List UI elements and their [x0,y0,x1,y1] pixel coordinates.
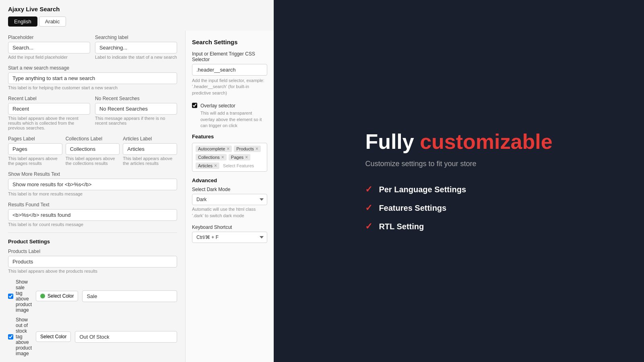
promo-feature-per-language: ✓ Per Language Settings [365,184,552,195]
left-panel: Ajaxy Live Search English Arabic Placeho… [0,0,274,362]
articles-label-label: Articles Label [123,136,177,142]
show-more-results-group: Show More Results Text This label is for… [8,171,177,196]
collections-tag-remove[interactable]: × [221,155,224,160]
placeholder-group: Placeholder Add the input field placehol… [8,35,90,60]
overlay-wrap: Overlay selector This will add a transpa… [200,102,267,129]
no-recent-label: No Recent Searches [95,96,177,101]
pages-tag-remove[interactable]: × [245,155,248,160]
recent-label-input[interactable] [8,103,90,115]
new-search-message-group: Start a new search message This label is… [8,65,177,90]
recent-row: Recent Label This label appears above th… [8,96,177,136]
dark-mode-label: Select Dark Mode [192,187,267,192]
show-more-results-label: Show More Results Text [8,171,177,177]
new-search-message-hint: This label is for helping the customer s… [8,85,177,90]
css-selector-input[interactable] [192,64,267,76]
right-promo-panel: Fully customizable Customize settings to… [274,0,644,362]
pages-label-label: Pages Label [8,136,62,142]
features-tags-container[interactable]: Autocomplete × Products × Collections × … [192,143,267,172]
overlay-selector-label: Overlay selector [200,103,235,109]
articles-label-input[interactable] [123,143,177,155]
app-title: Ajaxy Live Search [0,0,274,16]
search-settings-col: Search Settings Input or Element Trigger… [185,31,274,362]
new-search-message-input[interactable] [8,72,177,84]
sale-tag-input[interactable] [82,290,177,302]
oos-tag-input[interactable] [75,331,177,343]
promo-feature-rtl: ✓ RTL Setting [365,221,552,232]
keyboard-shortcut-group: Keyboard Shortcut Ctrl/⌘ + F None Custom [192,224,267,243]
collections-label-label: Collections Label [66,136,120,142]
overlay-selector-row: Overlay selector This will add a transpa… [192,102,267,129]
no-recent-input[interactable] [95,103,177,115]
css-selector-label: Input or Element Trigger CSS Selector [192,51,267,62]
placeholder-hint: Add the input field placeholder [8,55,90,60]
recent-label-hint: This label appears above the recent resu… [8,116,90,130]
dark-mode-select[interactable]: Dark Light Automatic [192,194,267,205]
sale-select-color-button[interactable]: Select Color [36,291,78,301]
promo-features-list: ✓ Per Language Settings ✓ Features Setti… [365,184,552,232]
results-found-label: Results Found Text [8,202,177,208]
select-features-placeholder[interactable]: Select Features [221,162,256,169]
results-found-group: Results Found Text This label is for cou… [8,202,177,227]
collections-label-group: Collections Label This label appears abo… [66,136,120,166]
advanced-title: Advanced [192,177,267,183]
checkmark-icon-per-language: ✓ [365,184,372,195]
autocomplete-tag-label: Autocomplete [198,146,225,151]
out-of-stock-checkbox[interactable] [8,334,13,339]
no-recent-hint: This message appears if there is no rece… [95,116,177,125]
results-found-hint: This label is for count results message [8,222,177,227]
articles-label-group: Articles Label This label appears above … [123,136,177,166]
placeholder-row: Placeholder Add the input field placehol… [8,35,177,65]
labels-row: Pages Label This label appears above the… [8,136,177,171]
feature-tag-autocomplete: Autocomplete × [196,146,232,152]
no-recent-group: No Recent Searches This message appears … [95,96,177,130]
pages-tag-label: Pages [231,155,244,160]
placeholder-input[interactable] [8,42,90,53]
recent-label-label: Recent Label [8,96,90,101]
checkmark-icon-rtl: ✓ [365,221,372,232]
sale-tag-checkbox[interactable] [8,294,13,299]
results-found-input[interactable] [8,209,177,221]
articles-label-hint: This label appears above the articles re… [123,156,177,166]
promo-subheading: Customize settings to fit your store [365,160,552,168]
promo-feature-rtl-label: RTL Setting [379,222,424,231]
show-more-results-hint: This label is for more results message [8,191,177,196]
css-selector-hint: Add the input field selector, example: '… [192,78,267,96]
keyboard-shortcut-select[interactable]: Ctrl/⌘ + F None Custom [192,232,267,243]
pages-label-input[interactable] [8,143,62,155]
keyboard-shortcut-label: Keyboard Shortcut [192,224,267,230]
oos-select-color-label: Select Color [40,334,66,339]
autocomplete-tag-remove[interactable]: × [227,146,229,151]
promo-heading: Fully customizable [365,130,552,153]
products-label-input[interactable] [8,256,177,267]
main-settings-col: Placeholder Add the input field placehol… [0,31,185,362]
dark-mode-group: Select Dark Mode Dark Light Automatic Au… [192,187,267,219]
sale-tag-label: Show sale tag above product image [16,279,32,313]
out-of-stock-label: Show out of stock tag above product imag… [16,317,32,356]
show-more-results-input[interactable] [8,179,177,190]
dark-mode-hint: Automatic will use the html class '.dark… [192,206,267,219]
products-label-hint: This label appears above the products re… [8,269,177,274]
overlay-checkbox[interactable] [192,103,197,108]
searching-label-hint: Label to indicate the start of a new sea… [95,55,177,60]
overlay-selector-hint: This will add a transparent overlay abov… [200,110,267,129]
out-of-stock-tag-row: Show out of stock tag above product imag… [8,317,177,356]
oos-select-color-button[interactable]: Select Color [36,331,71,342]
promo-heading-highlight: customizable [420,130,552,153]
searching-label-input[interactable] [95,42,177,53]
collections-label-hint: This label appears above the collections… [66,156,120,166]
sale-tag-check-wrap: Show sale tag above product image [8,279,32,313]
sale-color-dot [40,294,45,298]
articles-tag-label: Articles [198,163,213,168]
tab-arabic[interactable]: Arabic [39,16,66,27]
collections-label-input[interactable] [66,143,120,155]
products-tag-remove[interactable]: × [256,146,258,151]
tab-english[interactable]: English [8,16,37,27]
articles-tag-remove[interactable]: × [214,163,217,168]
pages-label-group: Pages Label This label appears above the… [8,136,62,166]
features-title: Features [192,134,267,140]
new-search-message-label: Start a new search message [8,65,177,71]
searching-label-group: Searching label Label to indicate the st… [95,35,177,60]
feature-tag-products: Products × [234,146,260,152]
products-label-group: Products Label This label appears above … [8,249,177,274]
css-selector-group: Input or Element Trigger CSS Selector Ad… [192,51,267,96]
